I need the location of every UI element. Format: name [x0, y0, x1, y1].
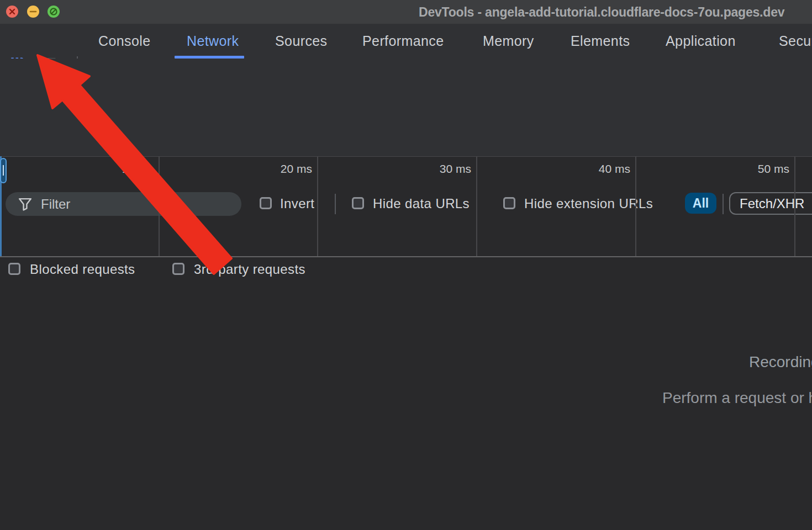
tab-network[interactable]: Network: [187, 24, 239, 59]
timeline-tick-label: 50 ms: [737, 162, 789, 176]
network-options-row: Blocked requests 3rd-party requests: [0, 128, 812, 157]
timeline-tick-label: 10 ms: [101, 162, 154, 176]
network-toolbar: Preserve log Disable cache No throttling: [0, 59, 812, 93]
timeline-tick-label: 30 ms: [419, 162, 471, 176]
tab-sources[interactable]: Sources: [275, 24, 328, 59]
timeline-gridline: [794, 156, 795, 256]
minimize-window-button[interactable]: [27, 6, 39, 18]
devtools-window: DevTools - angela-add-tutorial.cloudflar…: [0, 0, 812, 530]
tab-security[interactable]: Security: [779, 24, 812, 59]
third-party-requests-checkbox[interactable]: [172, 263, 184, 275]
timeline-tick-label: 20 ms: [260, 162, 312, 176]
blocked-requests-checkbox[interactable]: [8, 263, 20, 275]
close-window-button[interactable]: [6, 6, 18, 18]
empty-state-hint-text: Perform a request or hit ⌘ R to record t…: [662, 389, 812, 407]
third-party-requests-label: 3rd-party requests: [194, 262, 305, 277]
zoom-disabled-icon: [48, 6, 60, 18]
timeline-gridline: [317, 156, 318, 256]
timeline-gridline: [159, 156, 160, 256]
window-titlebar: DevTools - angela-add-tutorial.cloudflar…: [0, 0, 812, 24]
timeline-gridline: [476, 156, 477, 256]
window-title: DevTools - angela-add-tutorial.cloudflar…: [419, 5, 784, 20]
timeline-tick-label: 40 ms: [578, 162, 630, 176]
network-overview-timeline[interactable]: 10 ms 20 ms 30 ms 40 ms 50 ms: [0, 156, 812, 257]
empty-state-recording-text: Recording network activity…: [749, 353, 812, 371]
tab-memory[interactable]: Memory: [483, 24, 534, 59]
minimize-icon: [27, 6, 39, 18]
close-icon: [6, 6, 18, 18]
timeline-drag-handle[interactable]: [0, 158, 7, 183]
devtools-tabbar: Console Network Sources Performance Memo…: [0, 24, 812, 59]
tab-elements[interactable]: Elements: [571, 24, 630, 59]
zoom-window-button[interactable]: [48, 6, 60, 18]
tab-performance[interactable]: Performance: [362, 24, 444, 59]
blocked-requests-label: Blocked requests: [30, 262, 135, 277]
network-filter-row: Invert Hide data URLs Hide extension URL…: [0, 93, 812, 128]
tab-application[interactable]: Application: [666, 24, 736, 59]
tab-console[interactable]: Console: [98, 24, 151, 59]
drag-handle-grip-icon: [3, 165, 4, 176]
timeline-gridline: [635, 156, 636, 256]
